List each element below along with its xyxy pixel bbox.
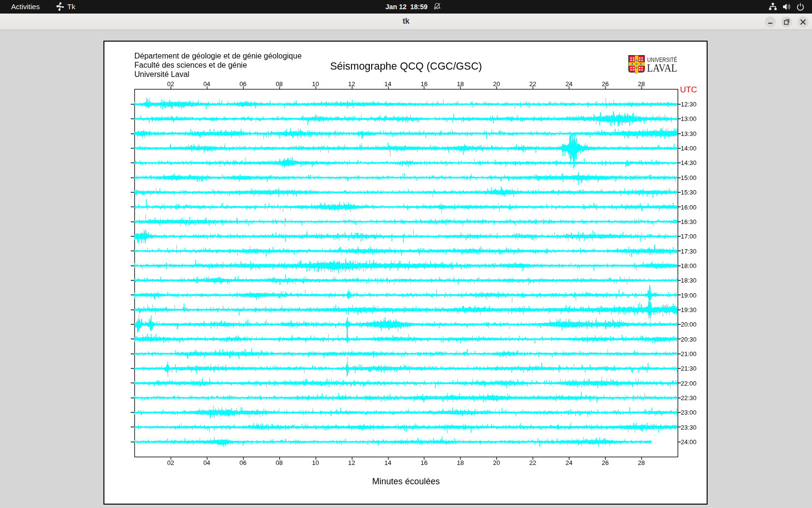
svg-text:LAVAL: LAVAL bbox=[647, 62, 678, 74]
